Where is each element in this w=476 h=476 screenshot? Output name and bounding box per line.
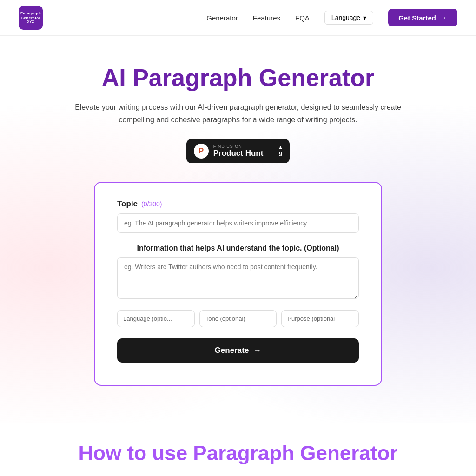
how-title: How to use Paragraph Generator — [9, 442, 467, 465]
ph-text: FIND US ON Product Hunt — [213, 144, 264, 158]
generate-arrow-icon: → — [253, 346, 261, 355]
hero-title: AI Paragraph Generator — [9, 64, 467, 92]
hero-section: AI Paragraph Generator Elevate your writ… — [0, 36, 476, 423]
info-textarea[interactable] — [117, 257, 359, 299]
nav-generator[interactable]: Generator — [206, 14, 238, 22]
ph-votes-section: ▲ 9 — [271, 141, 290, 161]
arrow-icon: → — [440, 13, 447, 22]
selects-row: Language (optio... Tone (optional) Purpo… — [117, 310, 359, 327]
ph-left-section: P FIND US ON Product Hunt — [186, 139, 271, 163]
how-section: How to use Paragraph Generator — [0, 423, 476, 465]
topic-label-text: Topic — [117, 199, 138, 209]
nav-fqa[interactable]: FQA — [295, 14, 310, 22]
generator-form-card: Topic (0/300) Information that helps AI … — [94, 182, 382, 386]
ph-name: Product Hunt — [213, 149, 264, 158]
purpose-select[interactable]: Purpose (optional — [281, 310, 359, 327]
generate-button[interactable]: Generate → — [117, 338, 359, 363]
logo-image: Paragraph Generator XYZ — [19, 6, 43, 30]
nav-links: Generator Features FQA Language ▾ Get St… — [206, 9, 457, 26]
product-hunt-icon: P — [194, 144, 209, 159]
topic-input[interactable] — [117, 213, 359, 233]
tone-select[interactable]: Tone (optional) — [199, 310, 277, 327]
get-started-button[interactable]: Get Started → — [388, 9, 457, 26]
get-started-label: Get Started — [398, 14, 436, 22]
char-count: (0/300) — [141, 200, 162, 208]
language-label: Language — [331, 14, 360, 21]
hero-subtitle: Elevate your writing process with our AI… — [71, 101, 405, 126]
navbar: Paragraph Generator XYZ Generator Featur… — [0, 0, 476, 36]
nav-features[interactable]: Features — [253, 14, 280, 22]
ph-find-us: FIND US ON — [213, 144, 264, 149]
logo[interactable]: Paragraph Generator XYZ — [19, 6, 43, 30]
generate-label: Generate — [215, 346, 249, 355]
product-hunt-badge[interactable]: P FIND US ON Product Hunt ▲ 9 — [186, 139, 290, 163]
topic-field-label: Topic (0/300) — [117, 199, 359, 209]
ph-vote-count: 9 — [278, 150, 282, 158]
language-button[interactable]: Language ▾ — [324, 11, 373, 25]
info-label: Information that helps AI understand the… — [117, 244, 359, 252]
ph-upvote-icon: ▲ — [278, 145, 283, 150]
chevron-down-icon: ▾ — [363, 14, 366, 21]
language-select[interactable]: Language (optio... — [117, 310, 195, 327]
